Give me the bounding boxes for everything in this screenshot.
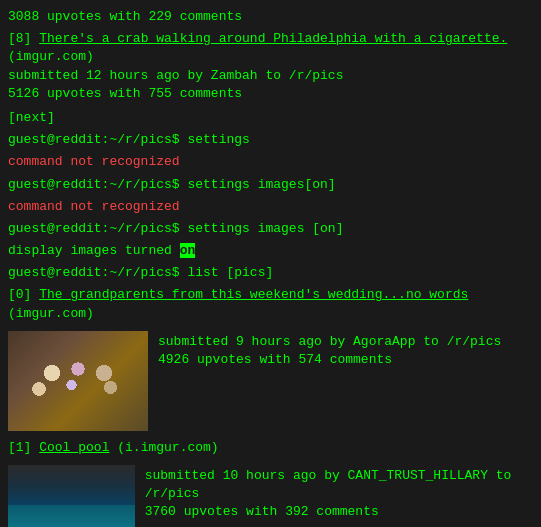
post-8-domain: (imgur.com) xyxy=(8,49,94,64)
prompt-3: guest@reddit:~/r/pics$ xyxy=(8,221,180,236)
post-8-prefix: [8] xyxy=(8,31,31,46)
intro-upvotes: 3088 upvotes with 229 comments xyxy=(8,8,533,26)
error-1: command not recognized xyxy=(8,153,533,171)
cmd-3: settings images [on] xyxy=(180,221,344,236)
post-1-entry: [1] Cool pool (i.imgur.com) submitted 10… xyxy=(8,439,533,527)
post-8-entry: [8] There's a crab walking around Philad… xyxy=(8,30,533,103)
post-1-image-row: submitted 10 hours ago by CANT_TRUST_HIL… xyxy=(8,465,533,527)
post-0-entry: [0] The grandparents from this weekend's… xyxy=(8,286,533,430)
prompt-settings-1: guest@reddit:~/r/pics$ settings xyxy=(8,131,533,149)
post-1-link[interactable]: Cool pool xyxy=(39,440,109,455)
next-label: [next] xyxy=(8,109,533,127)
prompt-4: guest@reddit:~/r/pics$ xyxy=(8,265,180,280)
post-0-image-meta: submitted 9 hours ago by AgoraApp to /r/… xyxy=(158,331,501,369)
cmd-4: list [pics] xyxy=(180,265,274,280)
post-0-prefix: [0] xyxy=(8,287,31,302)
display-on: on xyxy=(180,243,196,258)
post-0-image-row: submitted 9 hours ago by AgoraApp to /r/… xyxy=(8,331,533,431)
post-8-title-line: [8] There's a crab walking around Philad… xyxy=(8,30,533,66)
cmd-1: settings xyxy=(180,132,250,147)
post-1-upvotes: 3760 upvotes with 392 comments xyxy=(145,503,533,521)
prompt-settings-3: guest@reddit:~/r/pics$ settings images [… xyxy=(8,220,533,238)
post-8-meta: submitted 12 hours ago by Zambah to /r/p… xyxy=(8,67,533,85)
cmd-2: settings images[on] xyxy=(180,177,336,192)
display-msg-text: display images turned xyxy=(8,243,172,258)
post-0-meta: submitted 9 hours ago by AgoraApp to /r/… xyxy=(158,333,501,351)
prompt-2: guest@reddit:~/r/pics$ xyxy=(8,177,180,192)
intro-upvotes-text: 3088 upvotes with 229 comments xyxy=(8,9,242,24)
next-text: [next] xyxy=(8,110,55,125)
error-2: command not recognized xyxy=(8,198,533,216)
post-1-image-meta: submitted 10 hours ago by CANT_TRUST_HIL… xyxy=(145,465,533,522)
post-1-prefix: [1] xyxy=(8,440,31,455)
post-0-link[interactable]: The grandparents from this weekend's wed… xyxy=(39,287,468,302)
prompt-settings-2: guest@reddit:~/r/pics$ settings images[o… xyxy=(8,176,533,194)
post-0-image xyxy=(8,331,148,431)
post-1-title-line: [1] Cool pool (i.imgur.com) xyxy=(8,439,533,457)
post-8-link[interactable]: There's a crab walking around Philadelph… xyxy=(39,31,507,46)
terminal-window: 3088 upvotes with 229 comments [8] There… xyxy=(0,0,541,527)
post-1-meta: submitted 10 hours ago by CANT_TRUST_HIL… xyxy=(145,467,533,503)
display-msg: display images turned on xyxy=(8,242,533,260)
post-1-domain: (i.imgur.com) xyxy=(117,440,218,455)
post-0-upvotes: 4926 upvotes with 574 comments xyxy=(158,351,501,369)
post-0-domain: (imgur.com) xyxy=(8,306,94,321)
post-0-title-line: [0] The grandparents from this weekend's… xyxy=(8,286,533,322)
post-8-upvotes: 5126 upvotes with 755 comments xyxy=(8,85,533,103)
prompt-list: guest@reddit:~/r/pics$ list [pics] xyxy=(8,264,533,282)
post-1-image xyxy=(8,465,135,527)
prompt-1: guest@reddit:~/r/pics$ xyxy=(8,132,180,147)
